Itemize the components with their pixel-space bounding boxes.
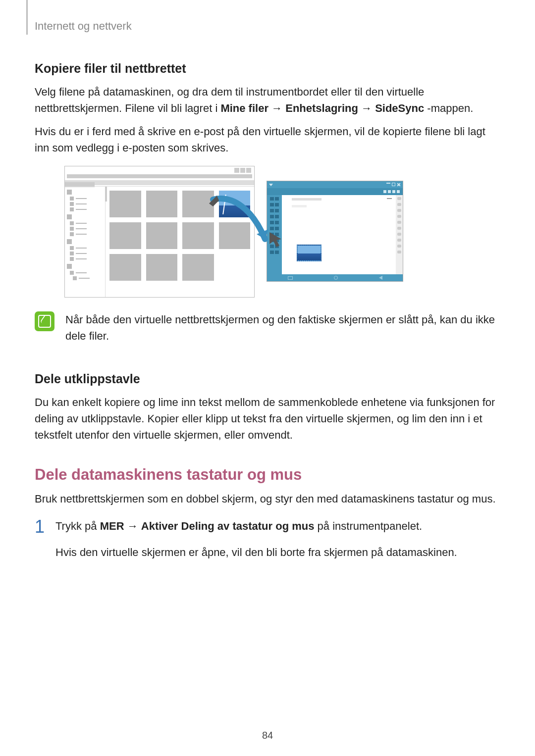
folder-tree [65,187,106,297]
tablet-sidebar [267,195,282,274]
titlebar [65,166,254,174]
mock-file-explorer [64,166,255,298]
bold-aktiver: Aktiver Deling av tastatur og mus [141,520,315,532]
note-callout: Når både den virtuelle nettbrettskjermen… [35,311,500,344]
mock-tablet-screen [267,181,403,282]
bold-sidesync: SideSync [375,102,424,114]
page-edge-rule [27,0,27,35]
tab-strip [65,180,254,185]
tablet-body [267,195,403,274]
file-thumb [109,222,141,249]
file-thumb [219,222,251,249]
note-icon [35,311,54,331]
bold-enhetslagring: Enhetslagring [285,102,358,114]
text: -mappen. [427,102,473,114]
bold-mine-filer: Mine filer [220,102,268,114]
back-icon [379,276,382,280]
header-icon [388,190,391,193]
close-icon [397,183,401,187]
note-text: Når både den virtuelle nettbrettskjermen… [65,311,500,344]
header-icon [397,190,400,193]
step-number: 1 [35,518,48,536]
tablet-window-bar [267,181,403,188]
header-icon [392,190,395,193]
arrow: → [127,520,141,532]
close-icon [246,168,251,173]
file-thumb [146,222,178,249]
paragraph-kbm: Bruk nettbrettskjermen som en dobbel skj… [35,491,500,507]
file-thumb-photo [219,191,251,217]
page-number: 84 [0,730,535,741]
arrow: → [271,102,285,114]
scrollbar [105,187,107,202]
paragraph-copy-1: Velg filene på datamaskinen, og dra dem … [35,84,500,116]
page-content: Internett og nettverk Kopiere filer til … [35,20,500,560]
header-icon [383,190,386,193]
collapse-icon [387,198,392,199]
thumbnail-grid [106,187,254,297]
minimize-icon [234,168,239,173]
toolbar [67,174,252,178]
file-thumb [109,254,141,281]
file-thumb [109,191,141,217]
recent-icon [288,276,293,280]
explorer-body [65,186,254,297]
heading-copy-files: Kopiere filer til nettbrettet [35,61,500,76]
heading-keyboard-mouse: Dele datamaskinens tastatur og mus [35,466,500,484]
figure-drag-drop [35,166,500,298]
chevron-down-icon [269,184,273,186]
arrow: → [361,102,375,114]
placeholder-line [292,198,321,201]
breadcrumb: Internett og nettverk [35,20,500,33]
tablet-right-rail [396,195,403,274]
text: Trykk på [55,520,100,532]
tablet-nav-bar [267,274,403,281]
text: på instrumentpanelet. [318,520,423,532]
paragraph-clipboard: Du kan enkelt kopiere og lime inn tekst … [35,394,500,443]
file-thumb [182,191,214,217]
tablet-content [282,195,396,274]
step-subtext: Hvis den virtuelle skjermen er åpne, vil… [55,544,457,560]
file-thumb [146,254,178,281]
file-thumb [182,254,214,281]
minimize-icon [386,183,390,184]
placeholder-line [292,205,307,207]
drop-target-photo [297,245,321,261]
file-thumb [182,222,214,249]
maximize-icon [392,183,395,186]
bold-mer: MER [100,520,124,532]
tablet-app-header [267,188,403,195]
file-thumb [146,191,178,217]
paragraph-copy-2: Hvis du er i ferd med å skrive en e-post… [35,123,500,156]
step-1: 1 Trykk på MER → Aktiver Deling av tasta… [35,518,500,560]
home-icon [334,276,338,280]
heading-clipboard: Dele utklippstavle [35,372,500,386]
maximize-icon [240,168,245,173]
step-body: Trykk på MER → Aktiver Deling av tastatu… [55,518,457,560]
